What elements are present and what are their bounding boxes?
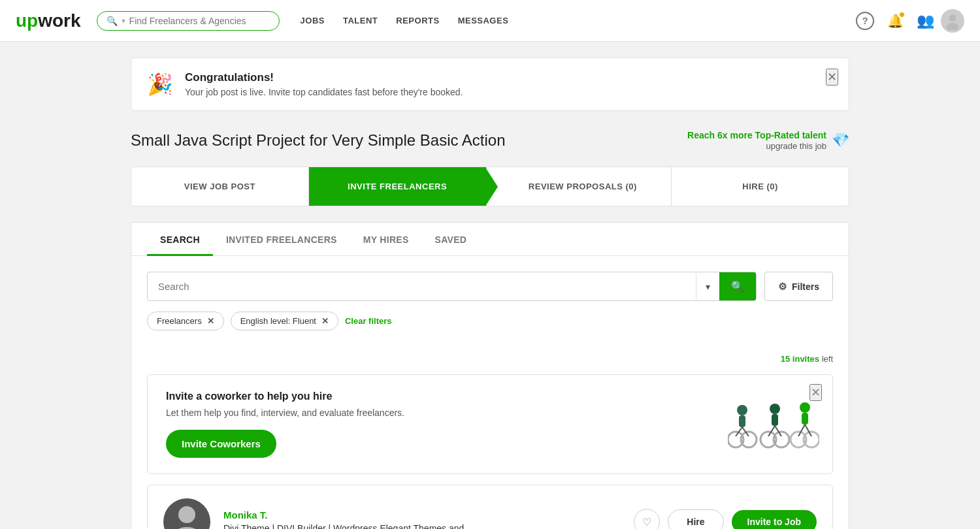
notification-dot <box>899 12 905 18</box>
congrats-message: Your job post is live. Invite top candid… <box>185 87 463 97</box>
job-title-row: Small Java Script Project for Very Simpl… <box>131 129 849 151</box>
diamond-icon: 💎 <box>832 132 849 149</box>
invite-coworkers-button[interactable]: Invite Coworkers <box>166 430 276 458</box>
nav-reports[interactable]: REPORTS <box>396 16 439 25</box>
tab-review-proposals[interactable]: REVIEW PROPOSALS (0) <box>487 167 672 206</box>
search-input[interactable] <box>148 273 696 300</box>
global-search-input[interactable] <box>129 16 260 26</box>
tab-invite-freelancers[interactable]: INVITE FREELANCERS <box>309 167 487 206</box>
party-icon: 🎉 <box>147 72 173 97</box>
inner-tabs: SEARCH INVITED FREELANCERS MY HIRES SAVE… <box>131 223 849 256</box>
hire-button[interactable]: Hire <box>668 509 723 529</box>
search-dropdown-icon[interactable]: ▾ <box>696 274 719 300</box>
search-submit-button[interactable]: 🔍 <box>719 272 756 300</box>
logo[interactable]: upwork <box>16 10 81 31</box>
search-magnifier-icon: 🔍 <box>731 280 744 293</box>
global-search-bar[interactable]: 🔍 ▾ <box>97 11 280 31</box>
avatar-icon <box>943 12 962 30</box>
invites-left-row: 15 invites left <box>131 346 849 364</box>
team-icon: 👥 <box>917 12 934 29</box>
svg-rect-3 <box>739 415 745 427</box>
congrats-title: Congratulations! <box>185 71 463 84</box>
svg-point-1 <box>947 23 959 30</box>
navbar-actions: ? 🔔 👥 <box>856 9 964 33</box>
search-row: ▾ 🔍 ⚙ Filters <box>147 272 833 301</box>
coworker-message: Let them help you find, interview, and e… <box>166 408 741 418</box>
freelancer-actions: ♡ Hire Invite to Job <box>634 509 817 529</box>
nav-jobs[interactable]: JOBS <box>301 16 325 25</box>
remove-freelancers-tag[interactable]: ✕ <box>207 316 214 326</box>
svg-point-0 <box>949 14 956 21</box>
tab-hire[interactable]: HIRE (0) <box>672 167 849 206</box>
job-title: Small Java Script Project for Very Simpl… <box>131 131 506 150</box>
filters-button[interactable]: ⚙ Filters <box>764 272 833 301</box>
svg-rect-15 <box>802 413 808 425</box>
remove-english-tag[interactable]: ✕ <box>321 316 329 326</box>
inner-tab-my-hires[interactable]: MY HIRES <box>350 223 422 256</box>
inner-tab-search[interactable]: SEARCH <box>147 223 213 256</box>
nav-messages[interactable]: MESSAGES <box>458 16 509 25</box>
tab-view-job-post[interactable]: VIEW JOB POST <box>131 167 309 206</box>
filter-icon: ⚙ <box>778 281 787 293</box>
navbar: upwork 🔍 ▾ JOBS TALENT REPORTS MESSAGES … <box>0 0 980 42</box>
svg-point-14 <box>800 402 810 413</box>
svg-point-8 <box>770 404 780 414</box>
nav-talent[interactable]: TALENT <box>343 16 378 25</box>
account-menu[interactable]: 👥 <box>917 9 964 33</box>
filter-tag-english: English level: Fluent ✕ <box>231 312 338 330</box>
freelancer-info: Monika T. Divi Theme | DIVI Builder | Wo… <box>223 509 621 530</box>
freelancer-name: Monika T. <box>223 509 621 521</box>
search-section: ▾ 🔍 ⚙ Filters Freelancers ✕ English lev <box>131 256 849 346</box>
invite-to-job-button[interactable]: Invite to Job <box>732 510 817 529</box>
step-tabs: VIEW JOB POST INVITE FREELANCERS REVIEW … <box>131 167 849 206</box>
logo-work: work <box>38 10 80 31</box>
avatar[interactable] <box>941 9 964 33</box>
upgrade-section: Reach 6x more Top-Rated talent upgrade t… <box>687 129 849 151</box>
congrats-text: Congratulations! Your job post is live. … <box>185 71 463 97</box>
main-nav: JOBS TALENT REPORTS MESSAGES <box>301 16 509 25</box>
cyclists-svg <box>728 397 819 449</box>
clear-filters-link[interactable]: Clear filters <box>345 316 392 326</box>
inner-tab-saved[interactable]: SAVED <box>422 223 480 256</box>
invites-count: 15 invites <box>781 354 819 364</box>
main-content: 🎉 Congratulations! Your job post is live… <box>131 42 849 529</box>
main-card: SEARCH INVITED FREELANCERS MY HIRES SAVE… <box>131 222 849 529</box>
freelancer-card: Monika T. Divi Theme | DIVI Builder | Wo… <box>147 485 833 529</box>
upgrade-link[interactable]: Reach 6x more Top-Rated talent <box>687 130 826 140</box>
search-input-wrapper: ▾ 🔍 <box>147 272 757 301</box>
inner-tab-invited[interactable]: INVITED FREELANCERS <box>213 223 350 256</box>
invites-suffix: left <box>822 354 833 364</box>
heart-icon: ♡ <box>642 516 651 528</box>
coworker-banner: Invite a coworker to help you hire Let t… <box>147 374 833 474</box>
help-button[interactable]: ? <box>856 12 874 30</box>
dropdown-arrow-icon: ▾ <box>122 16 125 25</box>
svg-point-2 <box>737 405 747 415</box>
freelancer-title: Divi Theme | DIVI Builder | Wordpress El… <box>223 523 621 530</box>
search-icon: 🔍 <box>106 16 118 26</box>
coworker-illustration <box>728 397 819 452</box>
filter-tags: Freelancers ✕ English level: Fluent ✕ Cl… <box>147 312 833 330</box>
save-freelancer-button[interactable]: ♡ <box>634 509 660 529</box>
notifications-button[interactable]: 🔔 <box>887 13 904 29</box>
congratulations-banner: 🎉 Congratulations! Your job post is live… <box>131 57 849 111</box>
banner-close-button[interactable]: ✕ <box>826 69 838 86</box>
filter-tag-freelancers: Freelancers ✕ <box>147 312 224 330</box>
upgrade-sub-text: upgrade this job <box>687 141 826 151</box>
freelancer-avatar <box>163 498 210 529</box>
logo-up: up <box>16 10 38 31</box>
logo-text: upwork <box>16 10 81 31</box>
svg-rect-9 <box>772 414 778 426</box>
coworker-title: Invite a coworker to help you hire <box>166 391 741 402</box>
